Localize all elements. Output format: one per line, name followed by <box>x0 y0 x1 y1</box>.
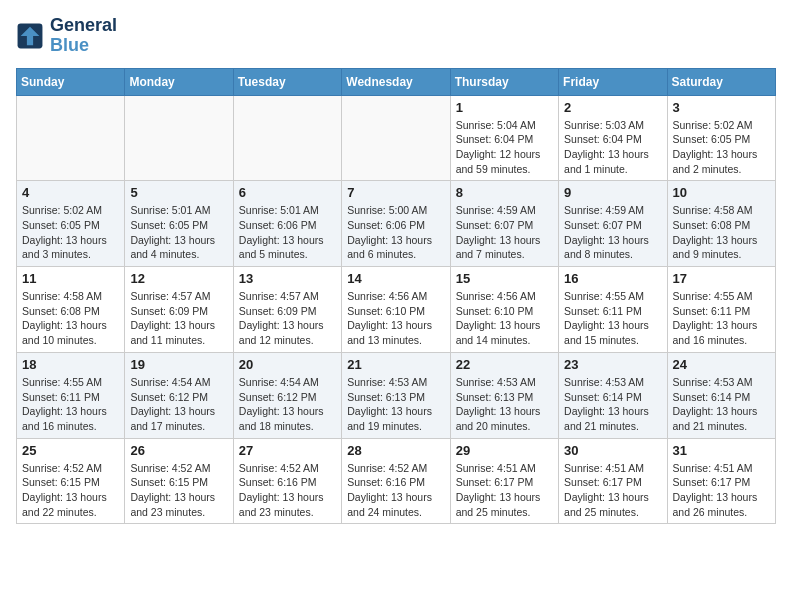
calendar-header-friday: Friday <box>559 68 667 95</box>
calendar-cell: 31Sunrise: 4:51 AMSunset: 6:17 PMDayligh… <box>667 438 775 524</box>
day-number: 9 <box>564 185 661 200</box>
day-info: Sunrise: 4:57 AMSunset: 6:09 PMDaylight:… <box>239 289 336 348</box>
day-info: Sunrise: 4:51 AMSunset: 6:17 PMDaylight:… <box>456 461 553 520</box>
day-info: Sunrise: 4:54 AMSunset: 6:12 PMDaylight:… <box>130 375 227 434</box>
calendar-week-row: 11Sunrise: 4:58 AMSunset: 6:08 PMDayligh… <box>17 267 776 353</box>
calendar-header-saturday: Saturday <box>667 68 775 95</box>
calendar-cell: 12Sunrise: 4:57 AMSunset: 6:09 PMDayligh… <box>125 267 233 353</box>
calendar-cell: 1Sunrise: 5:04 AMSunset: 6:04 PMDaylight… <box>450 95 558 181</box>
calendar-table: SundayMondayTuesdayWednesdayThursdayFrid… <box>16 68 776 525</box>
day-info: Sunrise: 4:59 AMSunset: 6:07 PMDaylight:… <box>564 203 661 262</box>
day-number: 30 <box>564 443 661 458</box>
logo-text: General Blue <box>50 16 117 56</box>
day-number: 5 <box>130 185 227 200</box>
day-info: Sunrise: 4:51 AMSunset: 6:17 PMDaylight:… <box>673 461 770 520</box>
day-number: 27 <box>239 443 336 458</box>
day-info: Sunrise: 4:53 AMSunset: 6:13 PMDaylight:… <box>456 375 553 434</box>
day-number: 28 <box>347 443 444 458</box>
calendar-cell: 3Sunrise: 5:02 AMSunset: 6:05 PMDaylight… <box>667 95 775 181</box>
logo: General Blue <box>16 16 117 56</box>
day-number: 22 <box>456 357 553 372</box>
calendar-cell: 9Sunrise: 4:59 AMSunset: 6:07 PMDaylight… <box>559 181 667 267</box>
day-number: 20 <box>239 357 336 372</box>
day-number: 1 <box>456 100 553 115</box>
calendar-header-monday: Monday <box>125 68 233 95</box>
day-number: 2 <box>564 100 661 115</box>
calendar-header-sunday: Sunday <box>17 68 125 95</box>
calendar-cell: 15Sunrise: 4:56 AMSunset: 6:10 PMDayligh… <box>450 267 558 353</box>
day-number: 25 <box>22 443 119 458</box>
calendar-cell: 27Sunrise: 4:52 AMSunset: 6:16 PMDayligh… <box>233 438 341 524</box>
day-info: Sunrise: 4:57 AMSunset: 6:09 PMDaylight:… <box>130 289 227 348</box>
day-info: Sunrise: 4:55 AMSunset: 6:11 PMDaylight:… <box>564 289 661 348</box>
calendar-cell: 7Sunrise: 5:00 AMSunset: 6:06 PMDaylight… <box>342 181 450 267</box>
day-number: 31 <box>673 443 770 458</box>
day-info: Sunrise: 4:54 AMSunset: 6:12 PMDaylight:… <box>239 375 336 434</box>
day-number: 8 <box>456 185 553 200</box>
day-info: Sunrise: 4:52 AMSunset: 6:16 PMDaylight:… <box>347 461 444 520</box>
day-number: 23 <box>564 357 661 372</box>
calendar-week-row: 25Sunrise: 4:52 AMSunset: 6:15 PMDayligh… <box>17 438 776 524</box>
day-info: Sunrise: 4:55 AMSunset: 6:11 PMDaylight:… <box>673 289 770 348</box>
calendar-cell <box>342 95 450 181</box>
day-info: Sunrise: 4:52 AMSunset: 6:16 PMDaylight:… <box>239 461 336 520</box>
calendar-cell: 20Sunrise: 4:54 AMSunset: 6:12 PMDayligh… <box>233 352 341 438</box>
day-number: 4 <box>22 185 119 200</box>
day-info: Sunrise: 4:53 AMSunset: 6:14 PMDaylight:… <box>564 375 661 434</box>
day-number: 11 <box>22 271 119 286</box>
day-info: Sunrise: 4:53 AMSunset: 6:13 PMDaylight:… <box>347 375 444 434</box>
calendar-week-row: 18Sunrise: 4:55 AMSunset: 6:11 PMDayligh… <box>17 352 776 438</box>
day-number: 12 <box>130 271 227 286</box>
calendar-cell: 4Sunrise: 5:02 AMSunset: 6:05 PMDaylight… <box>17 181 125 267</box>
day-number: 10 <box>673 185 770 200</box>
day-number: 24 <box>673 357 770 372</box>
calendar-cell: 18Sunrise: 4:55 AMSunset: 6:11 PMDayligh… <box>17 352 125 438</box>
day-number: 17 <box>673 271 770 286</box>
day-info: Sunrise: 5:01 AMSunset: 6:06 PMDaylight:… <box>239 203 336 262</box>
day-info: Sunrise: 4:58 AMSunset: 6:08 PMDaylight:… <box>22 289 119 348</box>
calendar-cell: 17Sunrise: 4:55 AMSunset: 6:11 PMDayligh… <box>667 267 775 353</box>
day-number: 18 <box>22 357 119 372</box>
calendar-cell <box>233 95 341 181</box>
calendar-cell: 25Sunrise: 4:52 AMSunset: 6:15 PMDayligh… <box>17 438 125 524</box>
day-number: 21 <box>347 357 444 372</box>
calendar-header-thursday: Thursday <box>450 68 558 95</box>
day-info: Sunrise: 4:56 AMSunset: 6:10 PMDaylight:… <box>456 289 553 348</box>
calendar-cell: 13Sunrise: 4:57 AMSunset: 6:09 PMDayligh… <box>233 267 341 353</box>
day-info: Sunrise: 4:58 AMSunset: 6:08 PMDaylight:… <box>673 203 770 262</box>
day-number: 14 <box>347 271 444 286</box>
day-info: Sunrise: 5:01 AMSunset: 6:05 PMDaylight:… <box>130 203 227 262</box>
day-number: 6 <box>239 185 336 200</box>
calendar-cell <box>17 95 125 181</box>
calendar-week-row: 4Sunrise: 5:02 AMSunset: 6:05 PMDaylight… <box>17 181 776 267</box>
day-info: Sunrise: 4:55 AMSunset: 6:11 PMDaylight:… <box>22 375 119 434</box>
calendar-cell: 14Sunrise: 4:56 AMSunset: 6:10 PMDayligh… <box>342 267 450 353</box>
day-info: Sunrise: 5:03 AMSunset: 6:04 PMDaylight:… <box>564 118 661 177</box>
calendar-cell: 30Sunrise: 4:51 AMSunset: 6:17 PMDayligh… <box>559 438 667 524</box>
calendar-cell: 10Sunrise: 4:58 AMSunset: 6:08 PMDayligh… <box>667 181 775 267</box>
page-header: General Blue <box>16 16 776 56</box>
calendar-cell: 16Sunrise: 4:55 AMSunset: 6:11 PMDayligh… <box>559 267 667 353</box>
day-number: 29 <box>456 443 553 458</box>
day-info: Sunrise: 4:51 AMSunset: 6:17 PMDaylight:… <box>564 461 661 520</box>
calendar-cell: 24Sunrise: 4:53 AMSunset: 6:14 PMDayligh… <box>667 352 775 438</box>
day-info: Sunrise: 4:53 AMSunset: 6:14 PMDaylight:… <box>673 375 770 434</box>
calendar-cell: 26Sunrise: 4:52 AMSunset: 6:15 PMDayligh… <box>125 438 233 524</box>
day-number: 7 <box>347 185 444 200</box>
calendar-header-wednesday: Wednesday <box>342 68 450 95</box>
day-info: Sunrise: 5:00 AMSunset: 6:06 PMDaylight:… <box>347 203 444 262</box>
calendar-cell: 21Sunrise: 4:53 AMSunset: 6:13 PMDayligh… <box>342 352 450 438</box>
calendar-cell: 19Sunrise: 4:54 AMSunset: 6:12 PMDayligh… <box>125 352 233 438</box>
day-number: 26 <box>130 443 227 458</box>
calendar-cell: 8Sunrise: 4:59 AMSunset: 6:07 PMDaylight… <box>450 181 558 267</box>
day-info: Sunrise: 4:56 AMSunset: 6:10 PMDaylight:… <box>347 289 444 348</box>
day-number: 3 <box>673 100 770 115</box>
calendar-header-row: SundayMondayTuesdayWednesdayThursdayFrid… <box>17 68 776 95</box>
day-number: 19 <box>130 357 227 372</box>
day-info: Sunrise: 5:02 AMSunset: 6:05 PMDaylight:… <box>22 203 119 262</box>
calendar-cell: 6Sunrise: 5:01 AMSunset: 6:06 PMDaylight… <box>233 181 341 267</box>
calendar-cell: 29Sunrise: 4:51 AMSunset: 6:17 PMDayligh… <box>450 438 558 524</box>
day-info: Sunrise: 4:59 AMSunset: 6:07 PMDaylight:… <box>456 203 553 262</box>
calendar-cell: 2Sunrise: 5:03 AMSunset: 6:04 PMDaylight… <box>559 95 667 181</box>
calendar-cell: 23Sunrise: 4:53 AMSunset: 6:14 PMDayligh… <box>559 352 667 438</box>
